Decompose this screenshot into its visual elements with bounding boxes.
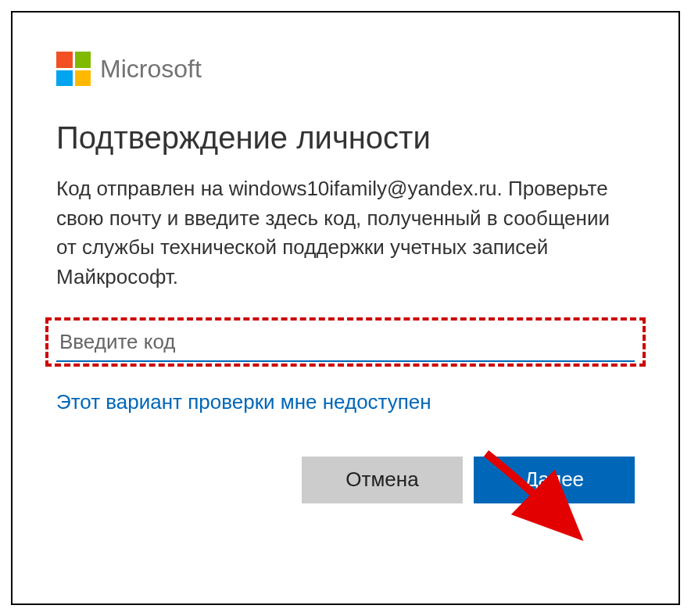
code-input[interactable] bbox=[56, 325, 635, 362]
verify-identity-dialog: Microsoft Подтверждение личности Код отп… bbox=[11, 11, 680, 605]
cancel-button[interactable]: Отмена bbox=[302, 457, 463, 503]
code-input-wrap bbox=[56, 325, 635, 362]
button-row: Отмена Далее bbox=[56, 457, 635, 503]
next-button[interactable]: Далее bbox=[474, 457, 635, 503]
dialog-title: Подтверждение личности bbox=[56, 120, 635, 156]
dialog-description: Код отправлен на windows10ifamily@yandex… bbox=[56, 174, 635, 292]
alt-verification-link[interactable]: Этот вариант проверки мне недоступен bbox=[56, 390, 431, 414]
microsoft-logo-icon bbox=[56, 52, 91, 86]
brand-row: Microsoft bbox=[56, 52, 635, 86]
brand-name: Microsoft bbox=[100, 55, 202, 84]
